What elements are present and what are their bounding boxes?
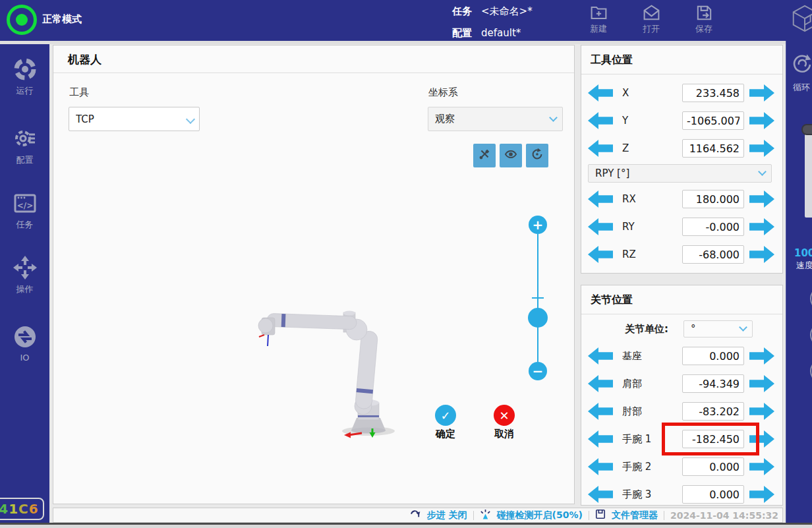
increment-z-button[interactable] [749, 140, 774, 157]
tool-row-ry: RY [581, 218, 782, 236]
task-icon: </> [0, 190, 49, 216]
task-name-row: 任务<未命名>* [452, 5, 533, 18]
zoom-in-button[interactable]: + [529, 216, 547, 234]
open-task-icon [635, 3, 667, 22]
joint-row-shoulder: 肩部 [581, 374, 782, 393]
robot-3d-view[interactable] [258, 306, 413, 448]
base-label: 基座 [622, 347, 642, 365]
zoom-out-button[interactable]: − [529, 362, 547, 380]
elbow-value-input[interactable] [682, 402, 744, 421]
increment-base-button[interactable] [749, 347, 774, 365]
confirm-button[interactable]: ✓ 确定 [427, 405, 464, 440]
rx-value-input[interactable] [682, 190, 744, 208]
robot-panel: 机器人 工具 坐标系 观察 [53, 45, 575, 504]
config-name-row: 配置default* [452, 27, 521, 40]
loop-icon[interactable] [790, 52, 812, 77]
increment-y-button[interactable] [749, 112, 774, 129]
tool-row-rz: RZ [581, 245, 782, 264]
frame-select-value: 观察 [435, 113, 455, 125]
decrement-rx-button[interactable] [588, 191, 613, 208]
increment-ry-button[interactable] [749, 218, 774, 235]
bottom-edge [0, 525, 812, 528]
decrement-wrist3-button[interactable] [588, 486, 613, 503]
collision-icon [480, 509, 491, 522]
frame-select[interactable]: 观察 [428, 107, 563, 131]
decrement-rz-button[interactable] [588, 246, 613, 263]
increment-rx-button[interactable] [749, 191, 774, 208]
open-task-label: 打开 [635, 23, 667, 35]
decrement-z-button[interactable] [588, 140, 613, 157]
sidebar-item-io[interactable]: IO [0, 324, 49, 363]
run-icon [0, 56, 49, 82]
decrement-y-button[interactable] [588, 112, 613, 129]
task-label: 任务 [452, 5, 472, 17]
sidebar-item-operate[interactable]: 操作 [0, 254, 49, 295]
tool-row-z: Z [581, 139, 782, 158]
speed-slider-handle[interactable] [801, 124, 812, 135]
close-icon: ✕ [494, 405, 515, 426]
increment-x-button[interactable] [749, 84, 774, 102]
decrement-ry-button[interactable] [588, 218, 613, 235]
decrement-base-button[interactable] [588, 347, 613, 365]
step-status-text[interactable]: 步进 关闭 [427, 510, 467, 521]
joint-row-elbow: 肘部 [581, 402, 782, 421]
view-tools-button[interactable] [473, 144, 496, 167]
wrist2-label: 手腕 2 [622, 457, 651, 476]
sidebar: 运行 配置 </> 任务 操作 IO 41C6 [0, 44, 49, 523]
decrement-x-button[interactable] [588, 84, 613, 102]
decrement-elbow-button[interactable] [588, 403, 613, 420]
mode-status-icon [7, 5, 37, 35]
increment-elbow-button[interactable] [749, 403, 774, 420]
wrist3-value-input[interactable] [682, 485, 744, 504]
tools-icon [477, 147, 492, 164]
increment-shoulder-button[interactable] [749, 375, 774, 392]
sidebar-operate-label: 操作 [0, 283, 49, 295]
sidebar-item-config[interactable]: 配置 [0, 125, 49, 166]
increment-rz-button[interactable] [749, 246, 774, 263]
decrement-wrist2-button[interactable] [588, 458, 613, 475]
rotation-format-select[interactable]: RPY [°] [588, 164, 772, 183]
tool-row-y: Y [581, 111, 782, 130]
cancel-button[interactable]: ✕ 取消 [486, 405, 523, 440]
zoom-slider-handle[interactable] [528, 308, 548, 328]
joint-unit-select[interactable]: ° [683, 320, 753, 337]
base-value-input[interactable] [682, 347, 744, 365]
decrement-wrist1-button[interactable] [588, 430, 613, 448]
ry-value-input[interactable] [682, 218, 744, 236]
rx-label: RX [622, 190, 636, 208]
sidebar-item-task[interactable]: </> 任务 [0, 190, 49, 231]
decrement-shoulder-button[interactable] [588, 375, 613, 392]
new-task-button[interactable]: 新建 [583, 3, 614, 35]
rz-value-input[interactable] [682, 245, 744, 264]
view-visibility-button[interactable] [500, 144, 522, 167]
z-value-input[interactable] [682, 139, 744, 158]
tool-row-rx: RX [581, 190, 782, 208]
y-value-input[interactable] [682, 111, 744, 130]
shoulder-value-input[interactable] [682, 374, 744, 393]
frame-chevron-down-icon [549, 113, 558, 122]
increment-wrist3-button[interactable] [749, 486, 774, 503]
wrist2-value-input[interactable] [682, 457, 744, 476]
wrist1-value-input[interactable] [682, 430, 744, 448]
view-rotate-button[interactable] [526, 144, 548, 167]
confirm-label: 确定 [427, 428, 464, 440]
new-task-icon [583, 3, 614, 22]
collision-status-text[interactable]: 碰撞检测开启(50%) [497, 510, 583, 521]
sidebar-run-label: 运行 [0, 85, 49, 97]
increment-wrist2-button[interactable] [749, 458, 774, 475]
io-icon [0, 324, 49, 350]
config-label: 配置 [452, 27, 472, 39]
cube-3d-icon[interactable] [790, 3, 812, 36]
sidebar-item-run[interactable]: 运行 [0, 56, 49, 97]
save-task-button[interactable]: 保存 [688, 3, 720, 35]
tool-select-input[interactable] [69, 107, 200, 131]
open-task-button[interactable]: 打开 [635, 3, 667, 35]
file-manager-link[interactable]: 文件管理器 [612, 510, 658, 521]
x-value-input[interactable] [682, 84, 744, 102]
status-bar: 步进 关闭 碰撞检测开启(50%) 文件管理器 2024-11-04 14:55… [53, 508, 783, 523]
increment-wrist1-button[interactable] [749, 430, 774, 448]
wrist1-label: 手腕 1 [622, 430, 651, 448]
joint-row-base: 基座 [581, 347, 782, 365]
speed-slider-track[interactable] [805, 128, 812, 218]
speed-value: 100 [794, 247, 812, 259]
